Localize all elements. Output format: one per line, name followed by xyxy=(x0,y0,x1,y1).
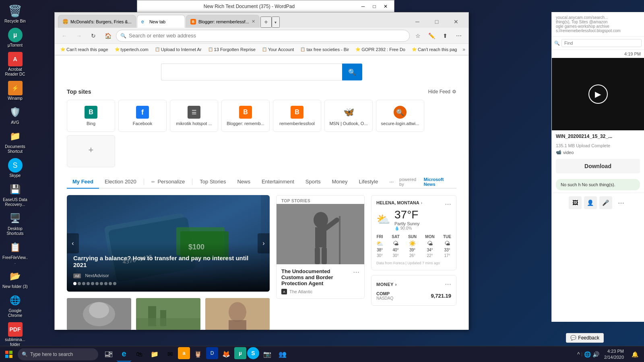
taskbar-utorrent[interactable]: µ xyxy=(234,347,246,359)
money-more-button[interactable]: ⋯ xyxy=(445,280,451,288)
address-bar-container[interactable]: 🔍 xyxy=(116,30,410,42)
article-prev-button[interactable]: ‹ xyxy=(67,233,79,253)
refresh-button[interactable]: ↻ xyxy=(87,30,100,42)
taskbar-file-explorer[interactable]: 📁 xyxy=(147,347,162,362)
tab-close-blogger[interactable]: ✕ xyxy=(252,19,255,24)
weather-location[interactable]: HELENA, MONTANA › xyxy=(376,200,422,205)
desktop-icon-winamp[interactable]: ⚡ Winamp xyxy=(2,79,29,103)
taskbar-tripadvisor[interactable]: 🦉 xyxy=(191,347,205,362)
download-section[interactable]: Download xyxy=(556,159,640,173)
small-article-3[interactable] xyxy=(205,298,270,330)
bookmark-upload[interactable]: 📋 Upload to Internet Ar xyxy=(153,46,204,53)
tray-network[interactable]: 🌐 xyxy=(584,351,591,358)
top-site-bing[interactable]: B Bing xyxy=(67,100,115,132)
browser-close-button[interactable]: ✕ xyxy=(447,16,465,28)
top-site-blogger1[interactable]: B Blogger: rememb... xyxy=(221,100,270,132)
address-input[interactable] xyxy=(129,33,405,39)
panel-image-button[interactable]: 🖼 xyxy=(569,196,582,209)
main-search-button[interactable]: 🔍 xyxy=(342,64,362,80)
bookmark-cant-reach2[interactable]: ⭐ Can't reach this pag xyxy=(409,46,460,53)
taskbar-skype[interactable]: S xyxy=(247,347,259,359)
taskbar-firefox[interactable]: 🦊 xyxy=(219,347,233,362)
feed-tab-personalize[interactable]: ✏ Personalize xyxy=(146,175,191,189)
panel-contact-button[interactable]: 👤 xyxy=(584,196,597,209)
start-button[interactable] xyxy=(0,346,18,362)
feed-tab-topstories[interactable]: Top Stories xyxy=(194,175,231,189)
bookmark-gopr[interactable]: ⭐ GOPR 2392 : Free Do xyxy=(353,46,408,53)
notification-button[interactable]: 🔔 xyxy=(629,347,641,362)
money-title[interactable]: MONEY › xyxy=(376,282,397,287)
tab-list-button[interactable]: ▾ xyxy=(272,16,280,28)
main-search-input[interactable] xyxy=(161,64,342,80)
top-site-msn[interactable]: 🦋 MSN | Outlook, O... xyxy=(324,100,373,132)
system-clock[interactable]: 4:23 PM 2/14/2020 xyxy=(603,348,625,360)
share-button[interactable]: ⬆ xyxy=(439,30,452,42)
back-button[interactable]: ← xyxy=(58,30,71,42)
article-next-button[interactable]: › xyxy=(258,233,270,253)
panel-more-button[interactable]: ⋯ xyxy=(615,196,627,209)
mid-article[interactable]: TOP STORIES xyxy=(276,195,365,299)
browser-tab-mcdonalds[interactable]: 🍔 McDonald's: Burgers, Fries &... xyxy=(58,15,136,28)
desktop-icon-easeus[interactable]: 💾 EaseUS Data Recovery... xyxy=(2,181,29,209)
feed-tab-more[interactable]: ··· xyxy=(384,175,399,189)
desktop-icon-chrome[interactable]: 🌐 Google Chrome xyxy=(2,292,29,320)
bookmark-tax-free[interactable]: 📋 tax free societies - Bir xyxy=(298,46,351,53)
top-site-secure-login[interactable]: 🔍 secure-login.attwi... xyxy=(376,100,424,132)
browser-maximize-button[interactable]: □ xyxy=(427,16,446,28)
desktop-icon-acrobat[interactable]: A Acrobat Reader DC xyxy=(2,50,29,78)
play-button[interactable]: ▶ xyxy=(588,84,608,104)
bookmark-typertech[interactable]: ⭐ typertech.com xyxy=(112,46,151,53)
browser-tab-newtab[interactable]: e New tab xyxy=(137,15,185,28)
feed-tab-news[interactable]: News xyxy=(231,175,256,189)
taskbar-mail[interactable]: ✉ xyxy=(163,347,177,362)
tray-volume[interactable]: 🔊 xyxy=(592,351,599,358)
taskbar-mypeople[interactable]: 👥 xyxy=(275,347,290,362)
feed-tab-lifestyle[interactable]: Lifestyle xyxy=(353,175,384,189)
small-article-2[interactable] xyxy=(136,298,200,330)
taskbar-store[interactable]: 🛍 xyxy=(132,347,147,362)
wordpad-maximize-button[interactable]: □ xyxy=(369,2,380,10)
bookmark-forgotten[interactable]: 📋 13 Forgotten Reprise xyxy=(206,46,258,53)
taskbar-amazon[interactable]: a xyxy=(178,347,190,359)
top-site-mikrotik[interactable]: ☰ mikrotik hotspot ... xyxy=(170,100,218,132)
desktop-icon-documents[interactable]: 📁 Documents Shortcut xyxy=(2,128,29,156)
bookmarks-more-button[interactable]: » xyxy=(462,47,465,52)
taskbar-search[interactable]: 🔍 Type here to search xyxy=(18,348,98,360)
feed-tab-entertainment[interactable]: Entertainment xyxy=(256,175,300,189)
notes-button[interactable]: ✏️ xyxy=(425,30,438,42)
desktop-icon-utorrent[interactable]: µ µTorrent xyxy=(2,26,29,49)
desktop-icon-desktop-shortcuts[interactable]: 🖥️ Desktop Shortcuts xyxy=(2,210,29,238)
panel-mic-button[interactable]: 🎤 xyxy=(599,196,612,209)
small-article-1[interactable] xyxy=(67,298,131,330)
top-site-rememberless[interactable]: B rememberlessfool xyxy=(273,100,321,132)
desktop-icon-skype[interactable]: S Skype xyxy=(2,156,29,180)
feed-tab-myfeed[interactable]: My Feed xyxy=(67,175,99,189)
mid-article-more-button[interactable]: ⋯ xyxy=(353,268,359,276)
feed-tab-money[interactable]: Money xyxy=(326,175,353,189)
menu-button[interactable]: ⋯ xyxy=(452,30,465,42)
find-input[interactable] xyxy=(561,39,642,47)
taskbar-edge[interactable]: e xyxy=(117,347,131,362)
new-tab-button[interactable]: + xyxy=(260,16,272,28)
feed-tab-election[interactable]: Election 2020 xyxy=(99,175,142,189)
desktop-icon-recycle-bin[interactable]: 🗑️ Recycle Bin xyxy=(2,2,29,25)
desktop-icon-new-folder[interactable]: 📂 New folder (3) xyxy=(2,267,29,291)
taskbar-task-view[interactable] xyxy=(101,347,116,362)
wordpad-close-button[interactable]: ✕ xyxy=(380,2,391,10)
taskbar-camera[interactable]: 📷 xyxy=(260,347,275,362)
browser-minimize-button[interactable]: ─ xyxy=(408,16,427,28)
favorites-button[interactable]: ☆ xyxy=(411,30,424,42)
browser-tab-blogger[interactable]: B Blogger: rememberlessf... ✕ xyxy=(186,15,260,28)
bookmark-cant-reach[interactable]: ⭐ Can't reach this page xyxy=(58,46,111,53)
top-site-add[interactable]: + xyxy=(67,135,115,167)
desktop-icon-avg[interactable]: 🛡️ AVG xyxy=(2,103,29,127)
tray-overflow[interactable]: ^ xyxy=(577,351,580,358)
forward-button[interactable]: → xyxy=(72,30,85,42)
taskbar-dashlane[interactable]: D xyxy=(206,347,218,359)
feed-tab-sports[interactable]: Sports xyxy=(300,175,326,189)
desktop-icon-freefileview[interactable]: 📋 FreeFileView... xyxy=(2,239,29,267)
desktop-icon-sublimina[interactable]: PDF sublimina... folder xyxy=(2,321,29,349)
wordpad-minimize-button[interactable]: ─ xyxy=(358,2,368,10)
home-button[interactable]: 🏠 xyxy=(101,30,114,42)
hide-feed-button[interactable]: Hide Feed ⚙ xyxy=(428,89,456,95)
